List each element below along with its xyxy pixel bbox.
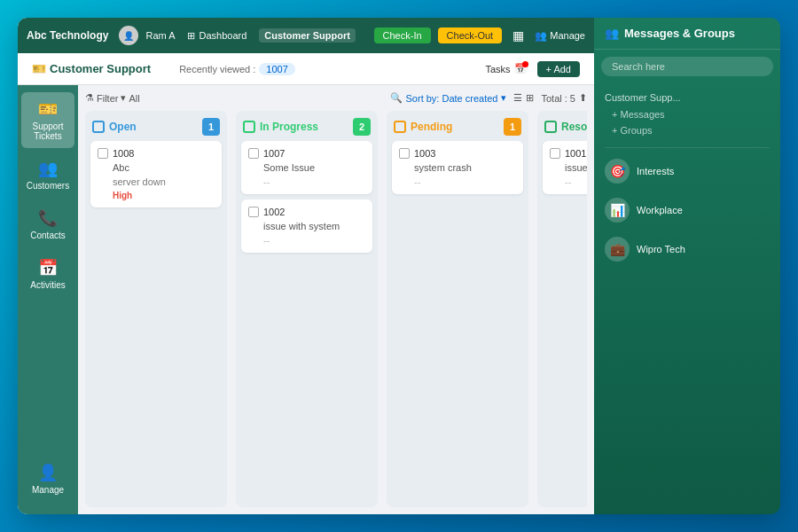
ticket-dashes: -- xyxy=(550,176,587,187)
messages-icon: 👥 xyxy=(605,27,619,40)
col-count-inprogress: 2 xyxy=(353,118,371,136)
sub-nav: 🎫 Customer Support Recently viewed : 100… xyxy=(18,53,594,85)
nav-customer-support[interactable]: Customer Support xyxy=(259,28,356,43)
brand-name: Abc Technology xyxy=(27,29,108,42)
list-view-icon[interactable]: ☰ xyxy=(513,92,522,104)
messages-search[interactable]: Search here xyxy=(601,57,773,76)
ticket-id-row: 1007 xyxy=(248,148,365,159)
col-checkbox-resolved[interactable] xyxy=(544,121,557,133)
col-count-pending: 1 xyxy=(504,118,521,136)
ticket-name: Some Issue xyxy=(248,162,365,173)
manage-icon: 👤 xyxy=(38,463,58,482)
table-row[interactable]: 1007 Some Issue -- xyxy=(241,141,372,194)
top-nav: Abc Technology 👤 Ram A ⊞ Dashboard Custo… xyxy=(18,18,594,53)
col-header-pending: Pending 1 xyxy=(387,111,528,141)
messages-divider xyxy=(605,147,770,148)
support-icon: 🎫 xyxy=(32,62,46,75)
checkin-button[interactable]: Check-In xyxy=(374,27,431,43)
ticket-checkbox[interactable] xyxy=(248,148,259,159)
sidebar-item-support-tickets[interactable]: 🎫 Support Tickets xyxy=(21,92,74,148)
ticket-id-row: 1001 xyxy=(550,148,587,159)
content-area: 🎫 Support Tickets 👥 Customers 📞 Contacts… xyxy=(18,85,594,514)
dashboard-icon: ⊞ xyxy=(187,30,195,42)
filter-arrow-icon: ▾ xyxy=(121,92,126,104)
sidebar-item-customers[interactable]: 👥 Customers xyxy=(21,152,74,198)
filter-icon: ⚗ xyxy=(85,92,94,104)
table-row[interactable]: 1002 issue with system -- xyxy=(241,200,372,253)
nav-dashboard[interactable]: ⊞ Dashboard xyxy=(182,28,252,43)
sidebar-item-wipro-tech[interactable]: 💼 Wipro Tech xyxy=(594,230,780,269)
sidebar-item-activities[interactable]: 📅 Activities xyxy=(21,251,74,297)
sidebar-bottom: 👤 Manage xyxy=(21,456,74,514)
table-row[interactable]: 1008 Abc server down High xyxy=(90,141,222,207)
ticket-name: Abc xyxy=(98,162,215,173)
col-header-inprogress: In Progress 2 xyxy=(236,111,378,141)
ticket-name: system crash xyxy=(399,162,516,173)
ticket-id: 1001 xyxy=(565,148,586,159)
col-checkbox-inprogress[interactable] xyxy=(243,121,255,133)
nav-manage[interactable]: 👥 Manage xyxy=(535,30,585,42)
filter-button[interactable]: ⚗ Filter ▾ All xyxy=(85,92,140,104)
nav-icon-box[interactable]: ▦ xyxy=(509,28,528,43)
recently-viewed-badge[interactable]: 1007 xyxy=(259,63,294,75)
messages-section-title[interactable]: Customer Supp... xyxy=(605,89,770,106)
wipro-tech-icon: 💼 xyxy=(605,237,630,262)
col-body-open: 1008 Abc server down High xyxy=(85,141,227,507)
sidebar-item-workplace[interactable]: 📊 Workplace xyxy=(594,191,780,230)
ticket-id: 1008 xyxy=(113,148,134,159)
ticket-name: issue with system xyxy=(248,221,365,231)
col-header-open: Open 1 xyxy=(85,111,227,141)
ticket-id: 1003 xyxy=(414,148,435,159)
interests-icon: 🎯 xyxy=(605,159,630,184)
sidebar-item-contacts[interactable]: 📞 Contacts xyxy=(21,201,74,247)
grid-view-icon[interactable]: ⊞ xyxy=(526,92,534,104)
col-checkbox-open[interactable] xyxy=(92,121,105,133)
ticket-id: 1007 xyxy=(263,148,285,159)
table-row[interactable]: 1003 system crash -- xyxy=(392,141,523,194)
view-toggle: ☰ ⊞ xyxy=(513,92,534,104)
tickets-icon: 🎫 xyxy=(38,99,58,119)
contacts-icon: 📞 xyxy=(38,208,58,228)
ticket-checkbox[interactable] xyxy=(98,148,108,159)
ticket-checkbox[interactable] xyxy=(550,148,560,159)
sort-dropdown[interactable]: 🔍 Sort by: Date created ▾ xyxy=(390,92,507,104)
user-name[interactable]: Ram A xyxy=(145,30,175,41)
groups-link[interactable]: + Groups xyxy=(605,122,770,138)
export-icon[interactable]: ⬆ xyxy=(579,92,587,104)
app-panel: Abc Technology 👤 Ram A ⊞ Dashboard Custo… xyxy=(18,18,594,514)
col-body-pending: 1003 system crash -- xyxy=(387,141,528,507)
col-header-resolved: Resolved 1 xyxy=(537,111,587,141)
col-checkbox-pending[interactable] xyxy=(394,121,406,133)
col-title-resolved: Resolved xyxy=(561,121,587,133)
search-icon: 🔍 xyxy=(390,92,403,104)
ticket-id: 1002 xyxy=(263,207,285,217)
ticket-checkbox[interactable] xyxy=(248,207,259,217)
kanban-board: Open 1 1008 Abc server down xyxy=(85,111,587,507)
ticket-dashes: -- xyxy=(248,176,365,187)
checkout-button[interactable]: Check-Out xyxy=(438,27,503,43)
table-row[interactable]: 1001 issue with server -- xyxy=(543,141,587,194)
tasks-button[interactable]: Tasks 📅 xyxy=(485,63,526,74)
messages-section-customer: Customer Supp... + Messages + Groups xyxy=(594,83,780,144)
col-title-pending: Pending xyxy=(411,121,499,133)
avatar: 👤 xyxy=(119,26,138,45)
col-body-inprogress: 1007 Some Issue -- 1002 issue with xyxy=(236,141,378,507)
total-badge: Total : 5 ⬆ xyxy=(541,92,587,104)
filter-value: All xyxy=(129,93,139,104)
sidebar: 🎫 Support Tickets 👥 Customers 📞 Contacts… xyxy=(18,85,78,514)
sidebar-item-manage[interactable]: 👤 Manage xyxy=(21,456,74,502)
col-title-open: Open xyxy=(109,121,198,133)
col-count-open: 1 xyxy=(202,118,220,136)
sidebar-item-interests[interactable]: 🎯 Interests xyxy=(594,152,780,191)
kanban-col-inprogress: In Progress 2 1007 Some Issue -- xyxy=(236,111,378,507)
ticket-id-row: 1002 xyxy=(248,207,365,217)
ticket-name: issue with server xyxy=(550,162,587,173)
main-board: ⚗ Filter ▾ All 🔍 Sort by: Date created ▾… xyxy=(78,85,594,514)
col-body-resolved: 1001 issue with server -- xyxy=(537,141,587,507)
kanban-col-resolved: Resolved 1 1001 issue with server -- xyxy=(537,111,587,507)
ticket-checkbox[interactable] xyxy=(399,148,410,159)
add-button[interactable]: + Add xyxy=(537,61,580,77)
filter-label: Filter xyxy=(97,93,118,104)
messages-link[interactable]: + Messages xyxy=(605,106,770,122)
ticket-dashes: -- xyxy=(399,176,516,187)
